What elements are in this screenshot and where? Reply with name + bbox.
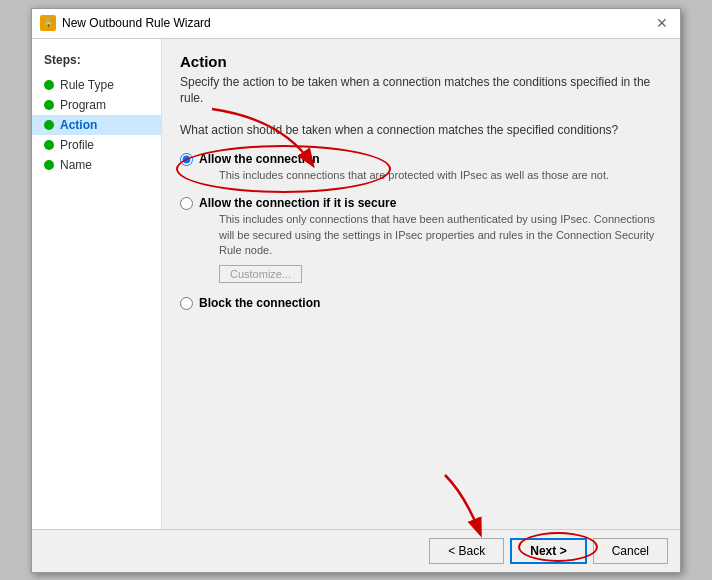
window-title: New Outbound Rule Wizard xyxy=(62,16,211,30)
options-area: Allow the connection This includes conne… xyxy=(180,151,662,514)
wizard-content: Steps: Rule Type Program Action Profile … xyxy=(32,39,680,529)
radio-allow-secure[interactable] xyxy=(180,197,193,210)
option-allow-secure-label[interactable]: Allow the connection if it is secure xyxy=(199,196,396,210)
option-allow-desc: This includes connections that are prote… xyxy=(199,168,609,183)
question-text: What action should be taken when a conne… xyxy=(180,123,662,137)
wizard-window: 🔒 New Outbound Rule Wizard ✕ Steps: Rule… xyxy=(31,8,681,573)
main-heading: Action xyxy=(180,53,662,70)
option-block-label[interactable]: Block the connection xyxy=(199,296,320,310)
option-allow: Allow the connection This includes conne… xyxy=(180,151,662,183)
step-dot-profile xyxy=(44,140,54,150)
step-dot-name xyxy=(44,160,54,170)
option-allow-secure: Allow the connection if it is secure Thi… xyxy=(180,195,662,282)
back-button[interactable]: < Back xyxy=(429,538,504,564)
title-bar-left: 🔒 New Outbound Rule Wizard xyxy=(40,15,211,31)
main-subtitle: Specify the action to be taken when a co… xyxy=(180,74,662,108)
next-button[interactable]: Next > xyxy=(510,538,586,564)
sidebar-item-name[interactable]: Name xyxy=(32,155,161,175)
option-allow-label[interactable]: Allow the connection xyxy=(199,152,320,166)
customize-button[interactable]: Customize... xyxy=(219,265,302,283)
sidebar-label-ruletype: Rule Type xyxy=(60,78,114,92)
sidebar-steps-label: Steps: xyxy=(32,49,161,75)
step-dot-ruletype xyxy=(44,80,54,90)
option-block: Block the connection xyxy=(180,295,662,310)
main-panel: Action Specify the action to be taken wh… xyxy=(162,39,680,529)
sidebar-item-ruletype[interactable]: Rule Type xyxy=(32,75,161,95)
sidebar-label-profile: Profile xyxy=(60,138,94,152)
sidebar-item-program[interactable]: Program xyxy=(32,95,161,115)
title-bar: 🔒 New Outbound Rule Wizard ✕ xyxy=(32,9,680,39)
sidebar-item-profile[interactable]: Profile xyxy=(32,135,161,155)
sidebar-label-program: Program xyxy=(60,98,106,112)
sidebar-label-action: Action xyxy=(60,118,97,132)
sidebar: Steps: Rule Type Program Action Profile … xyxy=(32,39,162,529)
footer: < Back Next > Cancel xyxy=(32,529,680,572)
option-allow-secure-desc: This includes only connections that have… xyxy=(199,212,662,258)
radio-allow[interactable] xyxy=(180,153,193,166)
sidebar-item-action[interactable]: Action xyxy=(32,115,161,135)
cancel-button[interactable]: Cancel xyxy=(593,538,668,564)
radio-block[interactable] xyxy=(180,297,193,310)
close-button[interactable]: ✕ xyxy=(652,13,672,33)
step-dot-program xyxy=(44,100,54,110)
sidebar-label-name: Name xyxy=(60,158,92,172)
step-dot-action xyxy=(44,120,54,130)
window-icon: 🔒 xyxy=(40,15,56,31)
